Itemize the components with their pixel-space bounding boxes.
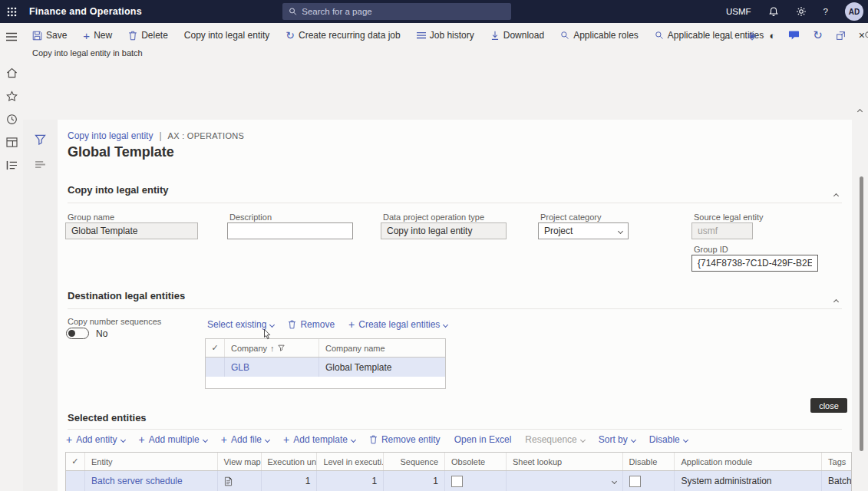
source-legal-entity-label: Source legal entity [694,213,764,222]
operation-type-field[interactable] [381,222,507,239]
trash-icon [369,435,378,444]
collapse-section-destination-icon[interactable] [834,293,838,307]
open-in-excel-button[interactable]: Open in Excel [454,434,512,445]
global-search[interactable] [282,3,511,20]
column-sheet-lookup[interactable]: Sheet lookup [507,453,623,470]
disable-button[interactable]: Disable [649,434,688,445]
level-cell[interactable]: 1 [317,471,384,491]
description-field[interactable] [227,222,353,239]
collapse-section-copy-icon[interactable] [834,187,838,201]
sequence-cell[interactable]: 1 [384,471,445,491]
favorites-star-icon[interactable] [0,84,23,107]
sort-ascending-icon: ↑ [270,344,275,353]
row-select-cell[interactable] [66,471,85,491]
global-search-input[interactable] [302,7,505,16]
column-company[interactable]: Company ↑ [225,339,319,357]
column-view-map[interactable]: View map [218,453,262,470]
notifications-bell-icon[interactable] [768,6,779,17]
obsolete-checkbox[interactable] [451,476,463,487]
section-divider [68,429,842,430]
page-tab-label[interactable]: Copy into legal entity in batch [32,48,143,58]
new-button[interactable]: + New [83,30,112,41]
document-map-icon[interactable] [224,476,233,486]
close-icon[interactable]: × [859,29,865,41]
app-launcher-icon[interactable] [0,0,23,23]
tags-cell: Batch [822,471,851,491]
history-list-icon [417,31,426,40]
home-icon[interactable] [0,61,23,84]
company-picker[interactable]: USMF [726,7,751,16]
download-button[interactable]: Download [490,30,544,41]
selected-entities-table: ✓ Entity View map Execution unit↑ Level … [65,452,852,491]
more-options-icon[interactable]: … [724,29,735,41]
add-entity-button[interactable]: + Add entity [66,433,125,446]
settings-gear-icon[interactable] [796,6,807,17]
sheet-lookup-cell[interactable] [507,471,623,491]
section-copy-title[interactable]: Copy into legal entity [68,184,168,196]
column-execution-unit[interactable]: Execution unit↑ [262,453,318,470]
app-title[interactable]: Finance and Operations [29,6,142,17]
section-divider [68,203,842,203]
vertical-scrollbar[interactable] [860,176,863,451]
resequence-button[interactable]: Resequence [525,434,584,445]
hamburger-menu-icon[interactable] [0,25,23,48]
task-recorder-icon[interactable]: ◈ [748,29,757,41]
feedback-chat-icon[interactable] [788,30,800,41]
related-info-pane-icon[interactable] [23,152,58,176]
remove-entity-button[interactable]: Remove entity [369,434,441,445]
applicable-roles-button[interactable]: Applicable roles [560,30,639,41]
view-map-cell[interactable] [218,471,262,491]
column-company-name[interactable]: Company name [319,339,445,357]
column-tags[interactable]: Tags [822,453,851,470]
column-level[interactable]: Level in executi... [317,453,384,470]
execution-unit-cell[interactable]: 1 [262,471,318,491]
row-select-cell[interactable] [206,358,225,377]
add-file-button[interactable]: + Add file [221,433,269,446]
column-sequence[interactable]: Sequence [384,453,445,470]
section-destination-title[interactable]: Destination legal entities [68,290,185,302]
group-id-field[interactable] [691,255,818,272]
plus-icon: + [139,433,145,446]
record-breadcrumb-link[interactable]: Copy into legal entity [68,130,153,141]
company-cell[interactable]: GLB [225,358,319,377]
entity-cell[interactable]: Batch server schedule [85,471,218,491]
save-button[interactable]: Save [32,30,67,41]
select-all-column[interactable]: ✓ [66,453,85,470]
toggle-pill [66,328,89,339]
column-application-module[interactable]: Application module [675,453,822,470]
contrast-icon[interactable]: ◐ [769,30,775,41]
project-category-select[interactable]: Project [538,222,629,239]
job-history-button[interactable]: Job history [417,30,474,41]
filter-funnel-icon[interactable] [23,127,58,152]
copy-into-legal-entity-button[interactable]: Copy into legal entity [184,30,269,41]
modules-list-icon[interactable] [0,153,23,176]
sort-by-button[interactable]: Sort by [599,434,635,445]
chevron-down-icon [120,437,126,442]
add-multiple-button[interactable]: + Add multiple [139,433,207,446]
open-in-new-window-icon[interactable] [836,31,846,41]
chevron-down-icon [269,321,275,327]
add-template-button[interactable]: + Add template [283,433,355,446]
copy-number-sequences-toggle[interactable]: No [66,328,107,339]
source-legal-entity-field[interactable] [691,222,753,239]
user-avatar[interactable]: AD [845,2,863,21]
recent-clock-icon[interactable] [0,107,23,130]
workspaces-icon[interactable] [0,130,23,153]
column-entity[interactable]: Entity [85,453,218,470]
section-selected-title[interactable]: Selected entities [68,412,147,423]
create-legal-entities-button[interactable]: + Create legal entities [348,318,447,331]
remove-button[interactable]: Remove [288,319,335,330]
chevron-down-icon [683,437,688,442]
refresh-icon[interactable]: ↻ [813,28,823,42]
column-obsolete[interactable]: Obsolete [445,453,507,470]
collapse-action-pane-icon[interactable] [858,103,862,117]
delete-button[interactable]: Delete [128,30,168,41]
create-recurring-data-job-button[interactable]: ↻ Create recurring data job [285,30,400,41]
disable-checkbox[interactable] [629,476,641,487]
group-name-field[interactable] [65,222,198,239]
column-disable[interactable]: Disable [623,453,675,470]
select-all-column[interactable]: ✓ [206,339,225,357]
selected-entities-table-row[interactable]: Batch server schedule 1 1 1 System admin… [66,471,851,491]
help-button[interactable]: ? [823,7,828,16]
destination-table-row[interactable]: GLB Global Template [206,358,445,377]
